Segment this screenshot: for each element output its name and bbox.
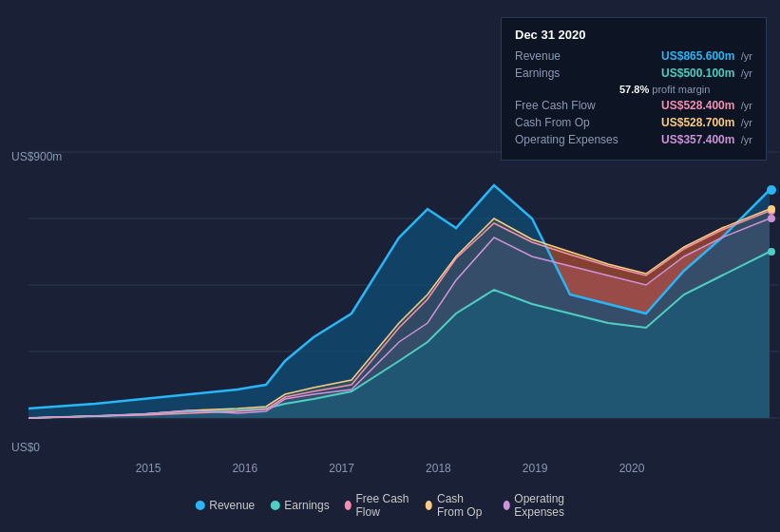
legend-label-cfo: Cash From Op xyxy=(437,492,488,519)
legend-dot-fcf xyxy=(345,501,352,510)
tooltip-fcf-row: Free Cash Flow US$528.400m /yr xyxy=(515,99,752,112)
tooltip-cfo-value: US$528.700m xyxy=(661,116,734,129)
tooltip-cfo-suffix: /yr xyxy=(741,117,752,128)
chart-container: US$900m US$0 Dec 31 2020 Revenue US$865.… xyxy=(0,0,780,532)
x-label-2017: 2017 xyxy=(329,462,354,475)
legend-label-opex: Operating Expenses xyxy=(514,492,584,519)
tooltip-profit-margin-label: profit margin xyxy=(652,84,710,95)
legend-item-opex[interactable]: Operating Expenses xyxy=(503,492,584,519)
legend-item-revenue[interactable]: Revenue xyxy=(195,499,255,512)
legend-label-revenue: Revenue xyxy=(209,499,255,512)
tooltip-revenue-row: Revenue US$865.600m /yr xyxy=(515,49,752,63)
svg-point-6 xyxy=(767,185,776,195)
x-label-2016: 2016 xyxy=(232,462,257,475)
tooltip-date: Dec 31 2020 xyxy=(515,28,752,42)
legend-dot-opex xyxy=(503,501,509,510)
legend-item-cfo[interactable]: Cash From Op xyxy=(426,492,487,519)
legend-label-earnings: Earnings xyxy=(284,499,329,512)
tooltip-fcf-suffix: /yr xyxy=(741,100,752,111)
tooltip-earnings-row: Earnings US$500.100m /yr xyxy=(515,66,752,80)
legend-dot-earnings xyxy=(270,501,279,510)
tooltip-earnings-label: Earnings xyxy=(515,66,619,80)
x-axis: 2015 2016 2017 2018 2019 2020 xyxy=(0,462,780,475)
tooltip-revenue-label: Revenue xyxy=(515,49,619,63)
x-label-2018: 2018 xyxy=(426,462,451,475)
tooltip-fcf-label: Free Cash Flow xyxy=(515,99,619,112)
tooltip-cfo-label: Cash From Op xyxy=(515,116,619,129)
svg-point-9 xyxy=(768,205,775,213)
tooltip-opex-value: US$357.400m xyxy=(661,133,734,146)
tooltip-earnings-value: US$500.100m xyxy=(661,66,734,80)
tooltip-box: Dec 31 2020 Revenue US$865.600m /yr Earn… xyxy=(501,17,767,161)
x-label-2015: 2015 xyxy=(136,462,162,475)
x-label-2020: 2020 xyxy=(619,462,645,475)
legend-dot-cfo xyxy=(426,501,432,510)
tooltip-revenue-suffix: /yr xyxy=(741,50,752,62)
svg-point-7 xyxy=(768,248,775,256)
tooltip-opex-label: Operating Expenses xyxy=(515,133,619,146)
tooltip-revenue-value: US$865.600m xyxy=(661,49,734,63)
tooltip-earnings-suffix: /yr xyxy=(741,67,752,79)
y-axis-top-label: US$900m xyxy=(11,150,62,163)
tooltip-cfo-row: Cash From Op US$528.700m /yr xyxy=(515,116,752,129)
legend-dot-revenue xyxy=(195,501,204,510)
tooltip-profit-margin-row: 57.8% profit margin xyxy=(619,84,752,95)
svg-point-10 xyxy=(768,215,775,222)
tooltip-fcf-value: US$528.400m xyxy=(661,99,734,112)
chart-legend: Revenue Earnings Free Cash Flow Cash Fro… xyxy=(195,492,585,519)
x-label-2019: 2019 xyxy=(523,462,548,475)
y-axis-bottom-label: US$0 xyxy=(11,441,40,454)
legend-item-earnings[interactable]: Earnings xyxy=(270,499,329,512)
legend-label-fcf: Free Cash Flow xyxy=(355,492,410,519)
tooltip-profit-margin-value: 57.8% xyxy=(619,84,649,95)
tooltip-opex-row: Operating Expenses US$357.400m /yr xyxy=(515,133,752,146)
tooltip-opex-suffix: /yr xyxy=(741,134,752,145)
legend-item-fcf[interactable]: Free Cash Flow xyxy=(345,492,411,519)
